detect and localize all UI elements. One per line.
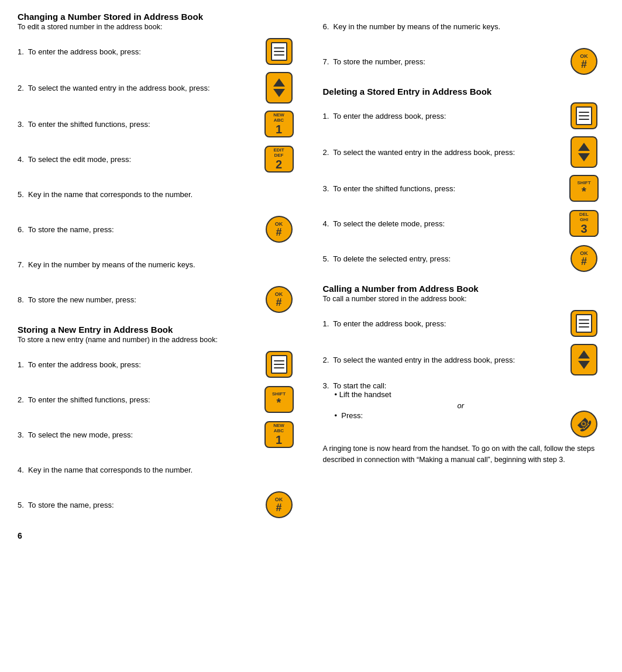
- section-calling-subtitle: To call a number stored in the address b…: [323, 295, 605, 303]
- shift-star-icon: SHIFT *: [264, 386, 294, 413]
- section-storing-title: Storing a New Entry in Address Book: [18, 325, 300, 335]
- del-ghi-3-icon: DEL GHI 3: [569, 210, 599, 237]
- step-row: 5. Key in the name that corresponds to t…: [18, 180, 300, 209]
- step-row: 1. To enter the address book, press:: [18, 350, 300, 379]
- icon-slot: NEW ABC 1: [259, 421, 300, 448]
- icon-slot: NEW ABC 1: [259, 111, 300, 137]
- step-text: 1. To enter the address book, press:: [18, 47, 259, 56]
- icon-slot: SHIFT *: [259, 386, 300, 413]
- book-icon: [266, 38, 293, 65]
- icon-slot: OK #: [563, 245, 604, 272]
- icon-slot: [259, 72, 300, 104]
- step-text: 3. To enter the shifted functions, press…: [18, 120, 259, 129]
- step-row: 7. Key in the number by means of the num…: [18, 250, 300, 279]
- left-column: Changing a Number Stored in Address Book…: [18, 12, 300, 540]
- final-note: A ringing tone is now heard from the han…: [323, 443, 605, 466]
- icon-slot: DEL GHI 3: [563, 210, 604, 237]
- section-deleting: Deleting a Stored Entry in Address Book …: [323, 87, 605, 273]
- bullet-lift-handset: • Lift the handset: [335, 390, 564, 399]
- step-text: 6. To store the name, press:: [18, 225, 259, 234]
- icon-slot: [563, 344, 604, 375]
- icon-slot: OK #: [259, 491, 300, 518]
- step-text: 1. To enter the address book, press:: [323, 112, 564, 120]
- step-text: 7. To store the number, press:: [323, 57, 564, 66]
- step-text: 5. To delete the selected entry, press:: [323, 254, 564, 263]
- step-text: 5. Key in the name that corresponds to t…: [18, 190, 259, 199]
- shift-star-icon: SHIFT *: [569, 175, 599, 202]
- icon-slot: ☎: [563, 411, 604, 437]
- step-row: 2. To select the wanted entry in the add…: [323, 344, 605, 375]
- hash-ok-icon: OK #: [266, 286, 293, 313]
- step-text: 3. To start the call:: [323, 381, 564, 390]
- icon-slot: OK #: [563, 48, 604, 75]
- new-abc-1-icon: NEW ABC 1: [264, 421, 294, 448]
- step-row: 1. To enter the address book, press:: [18, 37, 300, 66]
- icon-slot: [563, 136, 604, 168]
- step-row: 3. To start the call: • Lift the handset…: [323, 381, 605, 437]
- icon-slot: [259, 38, 300, 65]
- book-icon: [571, 310, 597, 337]
- step-text: 4. To select the edit mode, press:: [18, 155, 259, 164]
- section-changing-title: Changing a Number Stored in Address Book: [18, 12, 300, 22]
- section-storing-subtitle: To store a new entry (name and number) i…: [18, 336, 300, 344]
- step-row: 4. To select the edit mode, press: EDIT …: [18, 144, 300, 174]
- hash-ok-icon: OK #: [266, 216, 293, 243]
- new-abc-1-icon: NEW ABC 1: [264, 111, 294, 137]
- icon-slot: OK #: [259, 216, 300, 243]
- step-text: 3. To enter the shifted functions, press…: [323, 184, 564, 193]
- step-row: 6. To store the name, press: OK #: [18, 215, 300, 244]
- nav-arrow-icon: [571, 136, 597, 168]
- step-text: 1. To enter the address book, press:: [323, 319, 564, 328]
- step-text: 8. To store the new number, press:: [18, 295, 259, 304]
- nav-arrow-icon: [571, 344, 597, 375]
- step-text: 6. Key in the number by means of the num…: [323, 22, 564, 31]
- phone-icon: ☎: [571, 411, 597, 437]
- step-row: 2. To select the wanted entry in the add…: [323, 136, 605, 168]
- step-row: 4. Key in the name that corresponds to t…: [18, 455, 300, 484]
- step-row: 4. To select the delete mode, press: DEL…: [323, 209, 605, 238]
- section-deleting-title: Deleting a Stored Entry in Address Book: [323, 87, 605, 97]
- nav-arrow-icon: [266, 72, 293, 104]
- step-row: 6. Key in the number by means of the num…: [323, 12, 605, 41]
- step-text: 1. To enter the address book, press:: [18, 360, 259, 369]
- section-changing-subtitle: To edit a stored number in the address b…: [18, 23, 300, 31]
- icon-slot: [563, 102, 604, 129]
- hash-ok-icon: OK #: [571, 245, 597, 272]
- right-column: 6. Key in the number by means of the num…: [323, 12, 605, 540]
- page-number: 6: [18, 531, 300, 540]
- step-text: 2. To select the wanted entry in the add…: [323, 148, 564, 157]
- section-storing: Storing a New Entry in Address Book To s…: [18, 325, 300, 519]
- step-row: 7. To store the number, press: OK #: [323, 47, 605, 76]
- icon-slot: EDIT DEF 2: [259, 146, 300, 173]
- icon-slot: [259, 351, 300, 378]
- step-text: 4. To select the delete mode, press:: [323, 219, 564, 228]
- step-row: 1. To enter the address book, press:: [323, 309, 605, 338]
- section-changing: Changing a Number Stored in Address Book…: [18, 12, 300, 314]
- step-text: 2. To select the wanted entry in the add…: [323, 356, 564, 364]
- step-row: 5. To store the name, press: OK #: [18, 490, 300, 519]
- page-layout: Changing a Number Stored in Address Book…: [18, 12, 604, 540]
- step-text: 2. To enter the shifted functions, press…: [18, 395, 259, 404]
- step-text: 4. Key in the name that corresponds to t…: [18, 466, 259, 474]
- icon-slot: OK #: [259, 286, 300, 313]
- step-row: 1. To enter the address book, press:: [323, 101, 605, 130]
- edit-def-2-icon: EDIT DEF 2: [264, 146, 294, 173]
- step-text: 3. To select the new mode, press:: [18, 430, 259, 439]
- icon-slot: [563, 310, 604, 337]
- section-calling: Calling a Number from Address Book To ca…: [323, 284, 605, 466]
- or-text: or: [358, 401, 564, 410]
- step-text: 7. Key in the number by means of the num…: [18, 260, 259, 269]
- step-text: 2. To select the wanted entry in the add…: [18, 84, 259, 92]
- step-row: 3. To select the new mode, press: NEW AB…: [18, 420, 300, 449]
- step-row: 2. To enter the shifted functions, press…: [18, 385, 300, 414]
- section-calling-title: Calling a Number from Address Book: [323, 284, 605, 294]
- hash-ok-icon: OK #: [266, 491, 293, 518]
- book-icon: [266, 351, 293, 378]
- book-icon: [571, 102, 597, 129]
- step-row: 2. To select the wanted entry in the add…: [18, 72, 300, 104]
- step-row: 3. To enter the shifted functions, press…: [323, 174, 605, 203]
- hash-ok-icon: OK #: [571, 48, 597, 75]
- step-row: 5. To delete the selected entry, press: …: [323, 244, 605, 273]
- step-row: 3. To enter the shifted functions, press…: [18, 109, 300, 139]
- step-text: 5. To store the name, press:: [18, 501, 259, 509]
